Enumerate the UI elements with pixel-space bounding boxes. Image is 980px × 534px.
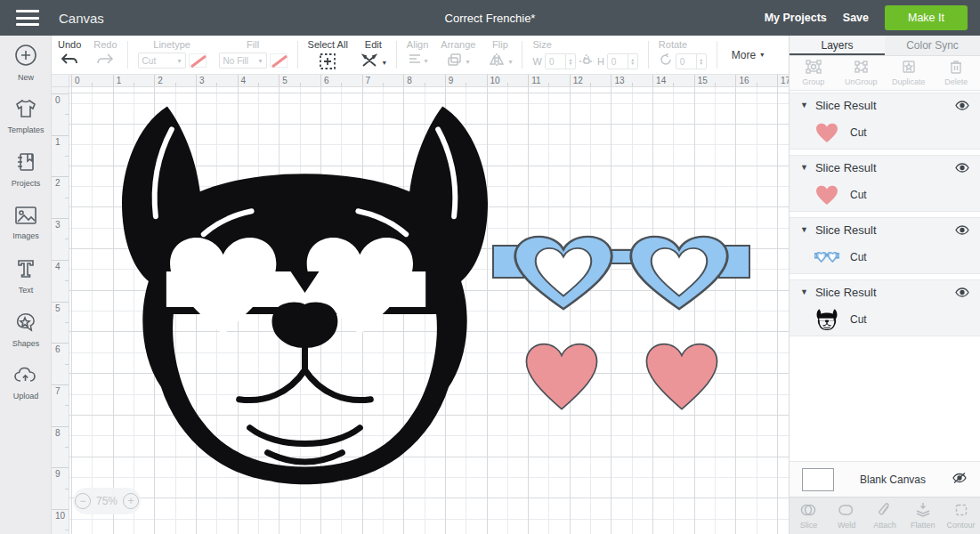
layer-row-cut-frenchie[interactable]: Cut [790,303,980,336]
hamburger-menu-icon[interactable] [16,10,39,26]
ruler-label: 9 [449,76,454,85]
edit-button[interactable]: Edit ▾ [354,36,393,74]
pink-heart-right-artwork[interactable] [644,342,720,412]
duplicate-button[interactable]: Duplicate [885,56,933,90]
left-sidebar: New Templates Projects Images Text Shape… [0,36,52,534]
blue-glasses-thumbnail [814,247,839,268]
rotate-input[interactable]: 0▲▼ [676,53,707,69]
upload-cloud-icon [13,366,38,389]
canvas-grid[interactable]: − 75% + [69,87,789,534]
notebook-icon [15,151,36,176]
redo-button[interactable]: Redo [87,36,123,74]
shapes-icon [14,312,37,336]
ruler-label: 10 [55,511,65,521]
frenchie-dog-artwork[interactable] [118,101,491,485]
select-all-button[interactable]: Select All [302,36,354,74]
eye-slash-icon[interactable] [952,472,968,488]
sidebar-item-templates[interactable]: Templates [0,89,52,142]
text-icon [15,258,36,283]
chevron-down-icon[interactable]: ▼ [800,163,808,172]
zoom-level: 75% [96,495,117,507]
ungroup-button[interactable]: UnGroup [838,56,886,90]
flip-button[interactable]: Flip ▾ [482,36,518,74]
layer-group-3: ▼ Slice Result [790,217,980,274]
my-projects-link[interactable]: My Projects [765,12,827,24]
chevron-down-icon[interactable]: ▼ [800,287,808,296]
contour-button[interactable]: Contour [942,498,980,534]
linetype-color-swatch[interactable] [189,53,207,68]
frenchie-thumbnail [814,309,839,330]
zoom-out-button[interactable]: − [75,493,91,509]
zoom-in-button[interactable]: + [123,493,139,509]
contour-icon [954,503,968,519]
sidebar-item-projects[interactable]: Projects [0,142,52,196]
layer-group-header[interactable]: ▼ Slice Result [790,93,980,117]
weld-button[interactable]: Weld [828,498,866,534]
delete-button[interactable]: Delete [933,56,980,90]
trash-icon [950,60,962,76]
linetype-dropdown[interactable]: Cut▾ [138,53,186,69]
flatten-button[interactable]: Flatten [903,498,942,534]
ruler-label: 0 [55,95,61,105]
arrange-button[interactable]: Arrange ▾ [434,36,482,74]
undo-button[interactable]: Undo [52,36,87,74]
visibility-eye-icon[interactable] [955,101,969,110]
sidebar-item-upload[interactable]: Upload [0,356,52,409]
more-button[interactable]: More▾ [721,36,774,74]
align-button[interactable]: Align ▾ [401,36,434,74]
vertical-ruler: 012345678910 [52,87,69,534]
ruler-label: 15 [698,76,708,85]
make-it-button[interactable]: Make It [885,5,968,30]
chevron-down-icon[interactable]: ▼ [800,225,808,234]
rotate-stepper[interactable]: ▲▼ [696,54,706,69]
layer-row-cut-heart[interactable]: Cut [790,179,980,211]
group-button[interactable]: Group [790,56,838,90]
pink-heart-left-artwork[interactable] [523,342,600,412]
cricut-design-space: Canvas Correct Frenchie* My Projects Sav… [0,0,980,534]
ruler-label: 9 [55,469,61,479]
ruler-label: 2 [158,76,163,85]
visibility-eye-icon[interactable] [955,287,969,297]
sidebar-item-shapes[interactable]: Shapes [0,303,52,356]
ruler-label: 0 [75,76,80,85]
sidebar-item-new[interactable]: New [0,36,52,89]
plus-circle-icon [14,44,37,70]
ruler-label: 1 [117,76,122,85]
ruler-label: 13 [614,76,624,85]
canvas-color-swatch[interactable] [802,468,834,491]
ruler-label: 8 [407,76,412,85]
layer-group-header[interactable]: ▼ Slice Result [790,156,980,179]
layer-group-header[interactable]: ▼ Slice Result [790,218,980,241]
zoom-control: − 75% + [73,488,141,514]
width-input[interactable]: 0▲▼ [545,53,576,69]
chevron-down-icon[interactable]: ▼ [800,101,808,109]
sidebar-item-images[interactable]: Images [0,196,52,249]
lock-aspect-icon[interactable] [579,53,595,70]
fill-dropdown[interactable]: No Fill▾ [219,53,267,69]
height-stepper[interactable]: ▲▼ [628,54,637,69]
heart-glasses-artwork[interactable] [492,232,750,314]
ruler-label: 10 [490,76,500,85]
layer-group-1: ▼ Slice Result Cut [790,93,980,150]
attach-button[interactable]: Attach [866,498,904,534]
ruler-label: 11 [531,76,540,85]
layer-group-header[interactable]: ▼ Slice Result [790,280,980,303]
ruler-label: 3 [199,76,205,85]
fill-color-swatch[interactable] [270,53,288,68]
header-bar: Canvas Correct Frenchie* My Projects Sav… [0,0,980,36]
visibility-eye-icon[interactable] [955,163,969,173]
slice-button[interactable]: Slice [790,498,828,534]
ruler-label: 4 [241,76,247,85]
edit-pencil-icon [360,53,380,72]
width-stepper[interactable]: ▲▼ [565,54,575,69]
ruler-label: 5 [55,303,61,313]
height-input[interactable]: 0▲▼ [607,53,638,69]
tab-color-sync[interactable]: Color Sync [885,36,980,55]
tab-layers[interactable]: Layers [790,36,885,55]
layer-row-cut-glasses[interactable]: Cut [790,241,980,273]
layer-row-cut-heart[interactable]: Cut [790,117,980,149]
save-link[interactable]: Save [843,12,869,24]
sidebar-item-text[interactable]: Text [0,249,52,303]
visibility-eye-icon[interactable] [955,225,969,235]
redo-icon [95,53,115,69]
